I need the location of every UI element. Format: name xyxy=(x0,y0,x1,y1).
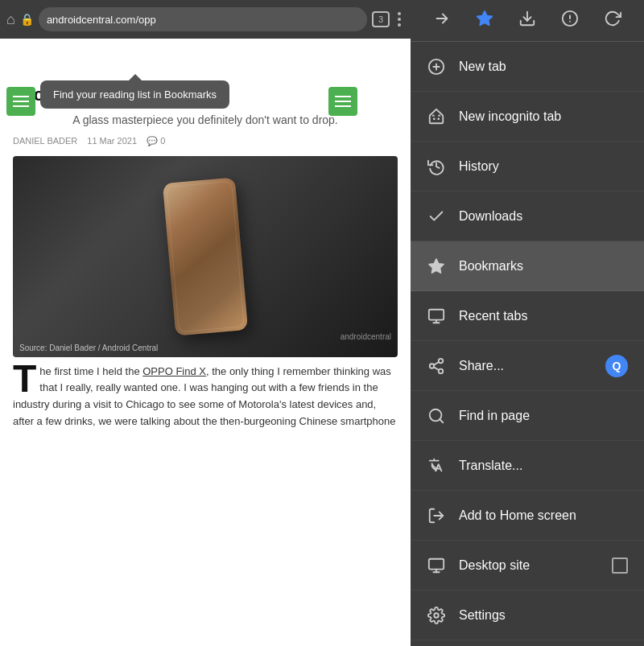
menu-item-translate[interactable]: Translate... xyxy=(411,441,644,491)
plus-circle-icon xyxy=(427,58,446,76)
reload-button[interactable] xyxy=(599,5,626,36)
share-icon xyxy=(427,357,446,375)
menu-item-new-incognito-tab[interactable]: New incognito tab xyxy=(411,92,644,142)
info-button[interactable] xyxy=(556,5,584,36)
menu-label-share: Share... xyxy=(459,359,592,373)
svg-marker-10 xyxy=(429,258,444,272)
forward-button[interactable] xyxy=(428,5,456,36)
menu-label-bookmarks: Bookmarks xyxy=(459,259,628,274)
menu-item-share[interactable]: Share... Q xyxy=(411,341,644,391)
dropdown-menu: New tab New incognito tab History xyxy=(411,0,644,646)
svg-point-9 xyxy=(437,117,440,120)
menu-label-translate: Translate... xyxy=(459,459,628,473)
url-bar[interactable]: androidcentral.com/opp xyxy=(39,7,367,31)
svg-point-25 xyxy=(434,613,439,618)
phone-image xyxy=(163,177,248,335)
svg-point-8 xyxy=(433,117,436,120)
article-comments: 💬 0 xyxy=(147,136,165,146)
menu-item-settings[interactable]: Settings xyxy=(411,590,644,640)
svg-rect-22 xyxy=(429,558,444,569)
oppo-link[interactable]: OPPO Find X xyxy=(142,365,206,377)
image-source: Source: Daniel Bader / Android Central xyxy=(19,344,158,352)
svg-marker-0 xyxy=(477,11,492,25)
article-date: 11 Mar 2021 xyxy=(87,136,137,146)
article-author: DANIEL BADER xyxy=(13,136,77,146)
menu-label-add-to-home: Add to Home screen xyxy=(459,508,628,523)
article-image: androidcentral Source: Daniel Bader / An… xyxy=(13,156,398,357)
menu-item-add-to-home[interactable]: Add to Home screen xyxy=(411,491,644,541)
history-icon xyxy=(427,158,446,175)
translate-icon xyxy=(427,457,446,475)
article-body: T he first time I held the OPPO Find X, … xyxy=(13,364,398,430)
recent-tabs-icon xyxy=(427,307,446,325)
menu-item-history[interactable]: History xyxy=(411,142,644,191)
article-meta: DANIEL BADER 11 Mar 2021 💬 0 xyxy=(13,136,398,146)
home-icon: ⌂ xyxy=(6,11,15,28)
menu-label-recent-tabs: Recent tabs xyxy=(459,309,628,323)
download-button[interactable] xyxy=(514,5,541,36)
menu-label-find-in-page: Find in page xyxy=(459,409,628,423)
menu-label-desktop-site: Desktop site xyxy=(459,558,599,573)
menu-label-new-incognito-tab: New incognito tab xyxy=(459,109,628,124)
gear-icon xyxy=(427,607,446,624)
menu-item-new-tab[interactable]: New tab xyxy=(411,42,644,92)
browser-menu-button[interactable] xyxy=(394,9,404,30)
menu-label-downloads: Downloads xyxy=(459,209,628,224)
svg-rect-11 xyxy=(429,309,444,319)
svg-line-17 xyxy=(434,367,439,370)
menu-item-bookmarks[interactable]: Bookmarks xyxy=(411,241,644,291)
menu-items-list: New tab New incognito tab History xyxy=(411,42,644,646)
image-watermark: androidcentral xyxy=(341,332,391,341)
menu-item-find-in-page[interactable]: Find in page xyxy=(411,391,644,441)
menu-label-settings: Settings xyxy=(459,608,628,623)
find-icon xyxy=(427,407,446,425)
hamburger-menu-right[interactable] xyxy=(328,87,357,116)
browser-background: ⌂ 🔒 androidcentral.com/opp 3 Find your r… xyxy=(0,0,411,646)
menu-label-new-tab: New tab xyxy=(459,60,628,74)
address-bar: ⌂ 🔒 androidcentral.com/opp 3 xyxy=(0,0,411,39)
dropdown-toolbar xyxy=(411,0,644,42)
bookmark-tooltip: Find your reading list in Bookmarks xyxy=(40,80,229,109)
body-text-start: he first time I held the xyxy=(39,365,142,377)
star-icon xyxy=(427,257,446,275)
incognito-icon xyxy=(427,108,446,125)
downloads-icon xyxy=(427,208,446,225)
desktop-site-checkbox[interactable] xyxy=(612,558,628,574)
lock-icon: 🔒 xyxy=(20,13,34,26)
svg-line-20 xyxy=(440,419,443,422)
drop-cap: T xyxy=(13,364,36,394)
menu-item-recent-tabs[interactable]: Recent tabs xyxy=(411,291,644,341)
svg-line-18 xyxy=(434,361,439,364)
add-home-icon xyxy=(427,507,446,525)
desktop-icon xyxy=(427,557,446,574)
menu-label-history: History xyxy=(459,159,628,174)
menu-item-desktop-site[interactable]: Desktop site xyxy=(411,541,644,590)
webpage-content: Find your reading list in Bookmarks micr… xyxy=(0,39,411,646)
tabs-count-badge[interactable]: 3 xyxy=(372,11,390,27)
menu-item-downloads[interactable]: Downloads xyxy=(411,191,644,241)
hamburger-menu-left[interactable] xyxy=(6,87,35,116)
share-badge: Q xyxy=(605,355,628,377)
bookmark-star-button[interactable] xyxy=(471,5,498,36)
menu-item-help-feedback[interactable]: Help & feedback xyxy=(411,640,644,646)
